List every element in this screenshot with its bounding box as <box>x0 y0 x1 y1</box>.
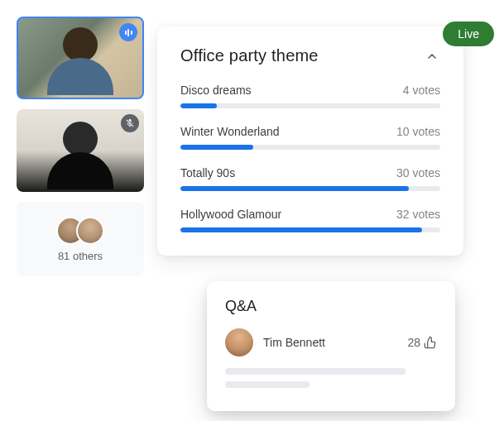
qa-card: Q&A Tim Bennett 28 <box>207 281 455 411</box>
poll-bar-fill <box>180 227 422 232</box>
poll-option-votes: 4 votes <box>403 84 440 97</box>
poll-bar-track <box>180 227 440 232</box>
speaking-indicator-icon <box>119 23 137 41</box>
poll-bar-fill <box>180 145 253 150</box>
avatar <box>225 328 253 356</box>
poll-option-label: Totally 90s <box>180 166 235 179</box>
qa-author-name: Tim Bennett <box>263 336 397 349</box>
thumbs-up-icon <box>424 336 437 349</box>
poll-option[interactable]: Winter Wonderland 10 votes <box>180 125 440 150</box>
poll-option-label: Hollywood Glamour <box>180 208 281 221</box>
poll-option[interactable]: Totally 90s 30 votes <box>180 166 440 191</box>
qa-upvote-count: 28 <box>407 336 420 349</box>
qa-item[interactable]: Tim Bennett 28 <box>225 328 437 356</box>
poll-option-votes: 30 votes <box>396 166 440 179</box>
others-count-label: 81 others <box>58 250 103 262</box>
poll-bar-track <box>180 145 440 150</box>
poll-option-votes: 32 votes <box>396 208 440 221</box>
participant-figure <box>47 122 113 192</box>
other-participants-tile[interactable]: 81 others <box>17 202 144 276</box>
video-tile-participant-1[interactable] <box>17 17 144 99</box>
poll-option[interactable]: Hollywood Glamour 32 votes <box>180 208 440 232</box>
avatar-stack <box>56 217 104 245</box>
qa-title: Q&A <box>225 298 437 315</box>
avatar <box>76 217 104 245</box>
poll-card: Office party theme Disco dreams 4 votes … <box>157 26 463 256</box>
live-badge: Live <box>443 22 494 46</box>
chevron-up-icon[interactable] <box>424 48 440 65</box>
qa-text-placeholder <box>225 368 406 375</box>
video-tile-participant-2[interactable] <box>17 109 144 192</box>
poll-bar-fill <box>180 103 217 108</box>
poll-bar-track <box>180 103 440 108</box>
participant-figure <box>47 27 113 98</box>
poll-option-label: Winter Wonderland <box>180 125 280 138</box>
poll-option-label: Disco dreams <box>180 84 252 97</box>
qa-text-placeholder <box>225 381 310 388</box>
qa-upvote[interactable]: 28 <box>407 336 437 349</box>
poll-option-votes: 10 votes <box>396 125 440 138</box>
poll-title: Office party theme <box>180 46 319 65</box>
poll-option[interactable]: Disco dreams 4 votes <box>180 84 440 108</box>
muted-icon <box>121 114 139 132</box>
poll-bar-track <box>180 186 440 191</box>
poll-bar-fill <box>180 186 409 191</box>
